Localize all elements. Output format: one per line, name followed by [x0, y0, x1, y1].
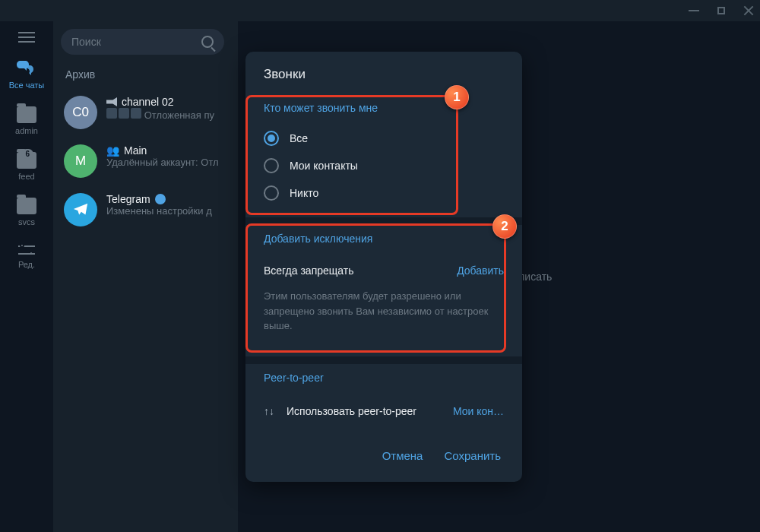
calls-settings-modal: Звонки Кто может звонить мне Все Мои кон… — [245, 52, 522, 482]
sidebar-item-edit[interactable]: Ред. — [18, 243, 35, 269]
radio-label: Все — [290, 132, 308, 144]
verified-icon — [155, 194, 166, 204]
chat-title: Main — [124, 144, 147, 157]
chat-subtitle: Удалённый аккаунт: Отл — [106, 157, 227, 168]
sidebar-item-label: feed — [18, 172, 34, 181]
p2p-label: Использовать peer-to-peer — [287, 405, 416, 417]
search-placeholder: Поиск — [71, 36, 101, 48]
chat-item[interactable]: M 👥Main Удалённый аккаунт: Отл — [53, 137, 238, 185]
chat-subtitle: Отложенная пу — [144, 109, 214, 121]
always-deny-label: Всегда запрещать — [264, 264, 354, 277]
add-exception-button[interactable]: Добавить — [457, 264, 504, 277]
cancel-button[interactable]: Отмена — [382, 449, 423, 462]
radio-my-contacts[interactable]: Мои контакты — [245, 152, 522, 179]
folder-icon — [17, 198, 36, 214]
radio-icon — [264, 185, 279, 201]
sidebar-item-feed[interactable]: 6 feed — [17, 152, 36, 181]
chat-list-panel: Поиск Архив C0 channel 02 Отложенная пу … — [53, 21, 238, 532]
exceptions-description: Этим пользователям будет разрешено или з… — [245, 286, 522, 346]
sidebar-item-svcs[interactable]: svcs — [17, 198, 36, 226]
group-icon: 👥 — [106, 144, 119, 157]
swap-icon: ↑↓ — [264, 405, 276, 417]
archive-header: Архив — [53, 62, 238, 88]
radio-everybody[interactable]: Все — [245, 125, 522, 152]
p2p-header: Peer-to-peer — [245, 364, 522, 394]
radio-label: Никто — [290, 187, 318, 199]
exceptions-header: Добавить исключения — [245, 225, 522, 255]
radio-icon — [264, 158, 279, 173]
channel-icon — [106, 97, 117, 106]
modal-title: Звонки — [245, 52, 522, 94]
chat-item[interactable]: C0 channel 02 Отложенная пу — [53, 88, 238, 137]
chat-item[interactable]: Telegram Изменены настройки д — [53, 185, 238, 234]
avatar — [64, 193, 97, 226]
chat-title: Telegram — [106, 193, 150, 205]
window-titlebar — [0, 0, 760, 21]
close-icon[interactable] — [743, 5, 754, 16]
unread-badge: 6 — [21, 149, 33, 159]
sidebar-item-admin[interactable]: admin — [15, 106, 38, 135]
chat-title: channel 02 — [122, 96, 174, 108]
p2p-row[interactable]: ↑↓ Использовать peer-to-peer Мои кон… — [245, 394, 522, 428]
radio-label: Мои контакты — [290, 160, 358, 172]
avatar: C0 — [64, 96, 97, 129]
sidebar-rail: Все чаты admin 6 feed svcs Ред. — [0, 21, 53, 532]
always-deny-row[interactable]: Всегда запрещать Добавить — [245, 255, 522, 286]
sidebar-item-label: Ред. — [18, 260, 35, 269]
sidebar-item-label: admin — [15, 126, 38, 135]
avatar: M — [64, 144, 97, 178]
maximize-icon[interactable] — [717, 7, 725, 14]
minimize-icon[interactable] — [689, 10, 699, 11]
hamburger-icon[interactable] — [18, 32, 35, 43]
who-can-call-header: Кто может звонить мне — [245, 94, 522, 125]
chat-icon — [16, 59, 37, 78]
folder-icon — [17, 106, 36, 123]
radio-nobody[interactable]: Никто — [245, 179, 522, 207]
chat-subtitle: Изменены настройки д — [106, 205, 227, 217]
save-button[interactable]: Сохранить — [444, 449, 501, 462]
search-icon — [201, 36, 214, 48]
annotation-badge-1: 1 — [445, 85, 469, 109]
radio-icon — [264, 131, 279, 146]
sidebar-item-label: svcs — [18, 217, 35, 226]
sidebar-item-label: Все чаты — [9, 81, 45, 90]
thumbnails-icon — [106, 108, 141, 119]
annotation-badge-2: 2 — [492, 214, 517, 239]
p2p-value: Мои кон… — [453, 405, 504, 417]
sliders-icon — [18, 243, 35, 257]
search-input[interactable]: Поиск — [61, 29, 224, 55]
telegram-icon — [72, 201, 89, 218]
sidebar-item-all-chats[interactable]: Все чаты — [9, 59, 45, 90]
